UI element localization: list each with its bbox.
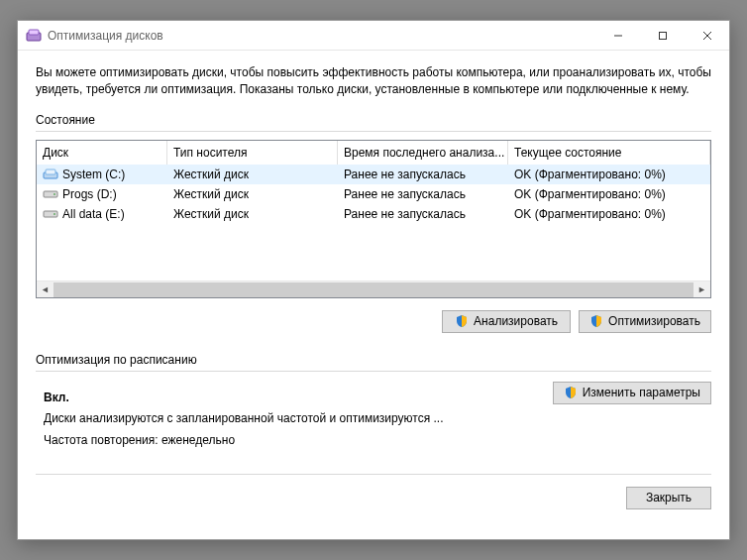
schedule-block: Изменить параметры Вкл. Диски анализирую… <box>36 380 711 452</box>
col-media[interactable]: Тип носителя <box>167 141 338 165</box>
cell-state: OK (Фрагментировано: 0%) <box>508 207 710 221</box>
close-label: Закрыть <box>646 491 692 504</box>
app-icon <box>26 28 42 44</box>
intro-text: Вы можете оптимизировать диски, чтобы по… <box>36 64 711 99</box>
scroll-track[interactable] <box>53 281 694 297</box>
svg-point-11 <box>53 213 55 215</box>
cell-media: Жесткий диск <box>167 187 338 201</box>
horizontal-scrollbar[interactable]: ◄ ► <box>37 280 710 297</box>
window-title: Оптимизация дисков <box>48 29 595 43</box>
table-row[interactable]: System (C:)Жесткий дискРанее не запускал… <box>37 165 710 184</box>
cell-media: Жесткий диск <box>167 207 338 221</box>
scroll-left-icon[interactable]: ◄ <box>37 280 53 297</box>
change-label: Изменить параметры <box>583 386 700 399</box>
close-button[interactable]: Закрыть <box>626 487 711 509</box>
titlebar: Оптимизация дисков <box>18 21 729 51</box>
shield-icon <box>564 386 578 399</box>
action-buttons: Анализировать Оптимизировать <box>36 310 711 333</box>
cell-state: OK (Фрагментировано: 0%) <box>508 168 710 181</box>
maximize-button[interactable] <box>640 21 685 50</box>
svg-point-9 <box>53 193 55 195</box>
drive-icon <box>43 188 58 200</box>
table-header: Диск Тип носителя Время последнего анали… <box>37 141 710 165</box>
optimize-label: Оптимизировать <box>608 314 700 328</box>
col-disk[interactable]: Диск <box>37 141 167 165</box>
optimize-button[interactable]: Оптимизировать <box>579 310 711 333</box>
separator <box>36 131 711 132</box>
col-state[interactable]: Текущее состояние <box>508 141 710 165</box>
svg-rect-7 <box>46 169 55 174</box>
cell-state: OK (Фрагментировано: 0%) <box>508 187 710 201</box>
drive-icon <box>43 208 58 220</box>
cell-last: Ранее не запускалась <box>338 207 508 221</box>
window: Оптимизация дисков Вы можете оптимизиров… <box>17 20 730 540</box>
minimize-button[interactable] <box>595 21 640 50</box>
disk-table[interactable]: Диск Тип носителя Время последнего анали… <box>36 140 711 298</box>
table-row[interactable]: All data (E:)Жесткий дискРанее не запуск… <box>37 204 710 224</box>
scroll-right-icon[interactable]: ► <box>694 280 710 297</box>
col-last[interactable]: Время последнего анализа... <box>338 141 508 165</box>
cell-disk: System (C:) <box>37 168 167 181</box>
shield-icon <box>455 314 469 328</box>
close-window-button[interactable] <box>685 21 729 50</box>
cell-last: Ранее не запускалась <box>338 168 508 181</box>
table-body: System (C:)Жесткий дискРанее не запускал… <box>37 165 710 280</box>
shield-icon <box>589 314 603 328</box>
table-row[interactable]: Progs (D:)Жесткий дискРанее не запускала… <box>37 184 710 204</box>
status-group-label: Состояние <box>36 113 711 127</box>
cell-disk: Progs (D:) <box>37 187 167 201</box>
schedule-line-1: Диски анализируются с запланированной ча… <box>44 408 703 430</box>
cell-last: Ранее не запускалась <box>338 187 508 201</box>
scroll-thumb[interactable] <box>53 282 694 297</box>
drive-icon <box>43 168 58 180</box>
analyze-button[interactable]: Анализировать <box>442 310 571 333</box>
schedule-group-label: Оптимизация по расписанию <box>36 353 711 367</box>
svg-rect-3 <box>659 32 666 39</box>
separator <box>36 371 711 372</box>
change-settings-button[interactable]: Изменить параметры <box>553 382 711 404</box>
window-controls <box>595 21 729 50</box>
cell-disk: All data (E:) <box>37 207 167 221</box>
schedule-line-2: Частота повторения: еженедельно <box>44 430 703 452</box>
svg-rect-1 <box>29 30 39 35</box>
content: Вы можете оптимизировать диски, чтобы по… <box>18 51 729 539</box>
analyze-label: Анализировать <box>474 314 558 328</box>
footer: Закрыть <box>36 474 711 509</box>
cell-media: Жесткий диск <box>167 168 338 181</box>
